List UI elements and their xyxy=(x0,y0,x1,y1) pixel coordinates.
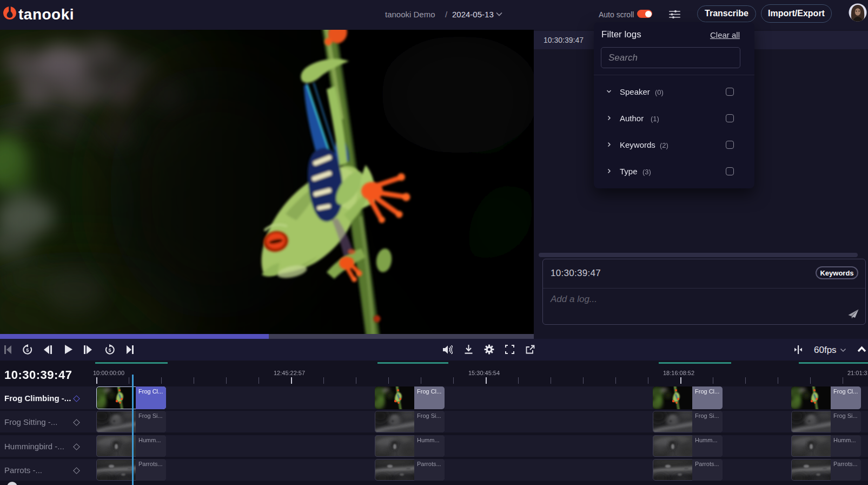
svg-text:5: 5 xyxy=(26,348,29,353)
svg-text:5: 5 xyxy=(109,348,111,353)
